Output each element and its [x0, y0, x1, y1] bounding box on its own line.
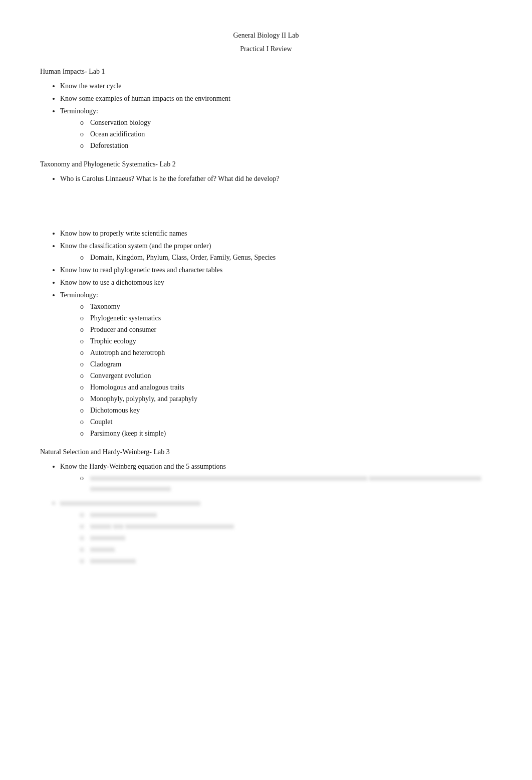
lab2-sublist-classification: Domain, Kingdom, Phylum, Class, Order, F… [60, 252, 492, 263]
lab1-list: Know the water cycle Know some examples … [40, 81, 492, 151]
list-item: Who is Carolus Linnaeus? What is he the … [60, 173, 492, 184]
lab2-list-part2: Know how to properly write scientific na… [40, 228, 492, 439]
section-lab2: Taxonomy and Phylogenetic Systematics- L… [40, 159, 492, 439]
blurred-item: xxxxxxxxxxxxxxxxxxxxxxxxxxxxxxxxxxxxxxxx… [60, 498, 492, 566]
list-item: Convergent evolution [80, 370, 492, 381]
blurred-item: xxxxxxxxxxxxxxxxxxx [80, 509, 492, 520]
list-item: Phylogenetic systematics [80, 313, 492, 323]
list-item: Know some examples of human impacts on t… [60, 93, 492, 104]
list-item: Deforestation [80, 140, 492, 151]
blurred-item: xxxxxx xxx xxxxxxxxxxxxxxxxxxxxxxxxxxxxx… [80, 521, 492, 531]
list-item: Know the Hardy-Weinberg equation and the… [60, 461, 492, 494]
blurred-item: xxxxxxx [80, 544, 492, 554]
list-item: Know the water cycle [60, 81, 492, 91]
section-heading-lab3: Natural Selection and Hardy-Weinberg- La… [40, 447, 492, 457]
list-item: Domain, Kingdom, Phylum, Class, Order, F… [80, 252, 492, 263]
section-heading-lab2: Taxonomy and Phylogenetic Systematics- L… [40, 159, 492, 169]
section-lab3: Natural Selection and Hardy-Weinberg- La… [40, 447, 492, 566]
list-item: Parsimony (keep it simple) [80, 428, 492, 439]
blurred-item: xxxxxxxxxxxxxxxxxxxxxxxxxxxxxxxxxxxxxxxx… [80, 473, 492, 494]
section-lab1: Human Impacts- Lab 1 Know the water cycl… [40, 66, 492, 151]
spacer [40, 188, 492, 228]
list-item: Know how to properly write scientific na… [60, 228, 492, 239]
blurred-item: xxxxxxxxxx [80, 532, 492, 543]
page-subtitle: Practical I Review [40, 44, 492, 54]
list-item: Know how to use a dichotomous key [60, 277, 492, 288]
list-item: Autotroph and heterotroph [80, 347, 492, 358]
blurred-list: xxxxxxxxxxxxxxxxxxxxxxxxxxxxxxxxxxxxxxxx… [40, 498, 492, 566]
list-item: Know the classification system (and the … [60, 241, 492, 263]
lab2-list-part1: Who is Carolus Linnaeus? What is he the … [40, 173, 492, 184]
lab2-sublist-terms: Taxonomy Phylogenetic systematics Produc… [60, 301, 492, 439]
list-item: Couplet [80, 417, 492, 427]
page-container: General Biology II Lab Practical I Revie… [40, 30, 492, 566]
list-item: Taxonomy [80, 301, 492, 312]
list-item: Terminology: Conservation biology Ocean … [60, 106, 492, 151]
list-item: Conservation biology [80, 117, 492, 128]
list-item: Dichotomous key [80, 405, 492, 416]
lab3-sublist-blurred: xxxxxxxxxxxxxxxxxxxxxxxxxxxxxxxxxxxxxxxx… [60, 473, 492, 494]
list-item: Cladogram [80, 359, 492, 369]
list-item: Monophyly, polyphyly, and paraphyly [80, 394, 492, 404]
list-item: Trophic ecology [80, 336, 492, 346]
blurred-sublist: xxxxxxxxxxxxxxxxxxx xxxxxx xxx xxxxxxxxx… [60, 509, 492, 566]
list-item: Producer and consumer [80, 324, 492, 335]
list-item: Homologous and analogous traits [80, 382, 492, 393]
list-item: Know how to read phylogenetic trees and … [60, 265, 492, 275]
lab1-sublist: Conservation biology Ocean acidification… [60, 117, 492, 151]
blurred-item: xxxxxxxxxxxxx [80, 555, 492, 566]
section-heading-lab1: Human Impacts- Lab 1 [40, 66, 492, 77]
lab3-list: Know the Hardy-Weinberg equation and the… [40, 461, 492, 494]
list-item: Ocean acidification [80, 129, 492, 139]
page-title: General Biology II Lab [40, 30, 492, 41]
list-item: Terminology: Taxonomy Phylogenetic syste… [60, 290, 492, 439]
